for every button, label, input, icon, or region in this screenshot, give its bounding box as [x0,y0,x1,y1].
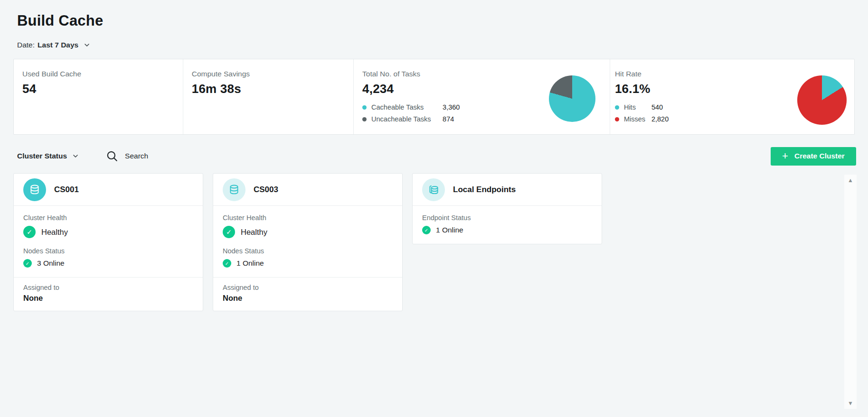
chevron-down-icon [83,41,91,49]
legend-value: 874 [443,115,454,123]
assigned-to-value: None [223,294,393,303]
stat-value: 16.1% [615,82,797,96]
assigned-to-label: Assigned to [223,284,393,291]
legend-name: Misses [624,115,651,123]
legend-name: Uncacheable Tasks [371,115,443,123]
check-circle-icon: ✓ [223,259,231,268]
tasks-pie-chart [549,75,595,122]
card-body: Cluster Health ✓ Healthy Nodes Status ✓ … [213,206,402,278]
cluster-card-cs001[interactable]: CS001 Cluster Health ✓ Healthy Nodes Sta… [13,173,203,311]
hit-rate-pie-chart [797,75,847,125]
cluster-health-label: Cluster Health [223,214,393,222]
date-filter[interactable]: Date: Last 7 Days [17,41,868,49]
check-circle-icon: ✓ [422,226,431,234]
card-footer: Assigned to None [213,278,402,311]
scrollbar[interactable]: ▲ ▼ [844,175,857,409]
check-circle-icon: ✓ [23,226,36,238]
card-body: Cluster Health ✓ Healthy Nodes Status ✓ … [14,206,203,278]
search-icon [106,150,118,162]
cluster-status-dropdown[interactable]: Cluster Status [17,152,79,160]
stat-hit-rate: Hit Rate 16.1% Hits 540 Misses 2,820 [610,59,854,134]
stat-label: Compute Savings [192,70,353,78]
cluster-card-local-endpoints[interactable]: Local Endpoints Endpoint Status ✓ 1 Onli… [412,173,602,244]
stat-label: Used Build Cache [22,70,183,78]
database-icon [223,178,245,201]
stats-panel: Used Build Cache 54 Compute Savings 16m … [13,59,855,135]
nodes-status-label: Nodes Status [23,247,193,255]
health-status: ✓ Healthy [223,226,393,238]
endpoint-value: 1 Online [436,226,463,234]
stat-used-build-cache: Used Build Cache 54 [14,59,183,134]
health-status: ✓ Healthy [23,226,193,238]
nodes-status: ✓ 1 Online [223,259,393,268]
scroll-down-icon[interactable]: ▼ [848,400,853,406]
create-cluster-label: Create Cluster [794,152,845,160]
search-input[interactable]: Search [106,150,148,162]
nodes-value: 3 Online [37,259,65,268]
legend-value: 3,360 [443,103,460,111]
cluster-name: CS001 [54,185,79,195]
stat-total-tasks: Total No. of Tasks 4,234 Cacheable Tasks… [353,59,610,134]
legend-row: Cacheable Tasks 3,360 [362,103,549,111]
hits-dot-icon [615,105,619,110]
legend-value: 540 [651,103,663,111]
create-cluster-button[interactable]: + Create Cluster [771,147,856,166]
misses-dot-icon [615,117,619,121]
card-body: Endpoint Status ✓ 1 Online [413,206,602,244]
check-circle-icon: ✓ [23,259,32,268]
cluster-name: CS003 [254,185,278,195]
health-value: Healthy [241,228,267,237]
endpoint-status: ✓ 1 Online [422,226,592,234]
toolbar: Cluster Status Search + Create Cluster [17,147,856,166]
database-icon [23,178,46,201]
cluster-cards: CS001 Cluster Health ✓ Healthy Nodes Sta… [13,173,855,311]
cluster-status-label: Cluster Status [17,152,67,160]
check-circle-icon: ✓ [223,226,235,238]
chevron-down-icon [72,152,79,160]
card-header: CS003 [213,174,402,206]
cluster-name: Local Endpoints [453,185,516,195]
search-placeholder: Search [125,152,148,160]
legend-row: Uncacheable Tasks 874 [362,115,549,123]
stat-value: 16m 38s [192,82,353,96]
endpoint-status-label: Endpoint Status [422,214,592,222]
card-footer: Assigned to None [14,278,203,311]
assigned-to-label: Assigned to [23,284,193,291]
stat-compute-savings: Compute Savings 16m 38s [183,59,353,134]
legend-value: 2,820 [651,115,669,123]
cluster-health-label: Cluster Health [23,214,193,222]
uncacheable-dot-icon [362,117,367,121]
card-header: CS001 [14,174,203,206]
hit-rate-legend: Hits 540 Misses 2,820 [615,103,797,123]
plus-icon: + [782,151,788,161]
date-filter-value: Last 7 Days [38,41,78,49]
page-title: Build Cache [17,12,868,29]
nodes-status: ✓ 3 Online [23,259,193,268]
assigned-to-value: None [23,294,193,303]
stat-label: Hit Rate [615,70,797,78]
cacheable-dot-icon [362,105,367,110]
card-header: Local Endpoints [413,174,602,206]
nodes-status-label: Nodes Status [223,247,393,255]
stat-label: Total No. of Tasks [362,70,549,78]
stat-value: 4,234 [362,82,549,96]
scroll-up-icon[interactable]: ▲ [848,177,853,183]
date-filter-label: Date: [17,41,35,49]
database-stack-icon [422,178,445,201]
legend-name: Cacheable Tasks [371,103,443,111]
health-value: Healthy [41,228,68,237]
legend-row: Hits 540 [615,103,797,111]
stat-value: 54 [22,82,183,96]
legend-name: Hits [624,103,651,111]
tasks-legend: Cacheable Tasks 3,360 Uncacheable Tasks … [362,103,549,123]
nodes-value: 1 Online [236,259,264,268]
legend-row: Misses 2,820 [615,115,797,123]
cluster-card-cs003[interactable]: CS003 Cluster Health ✓ Healthy Nodes Sta… [213,173,403,311]
